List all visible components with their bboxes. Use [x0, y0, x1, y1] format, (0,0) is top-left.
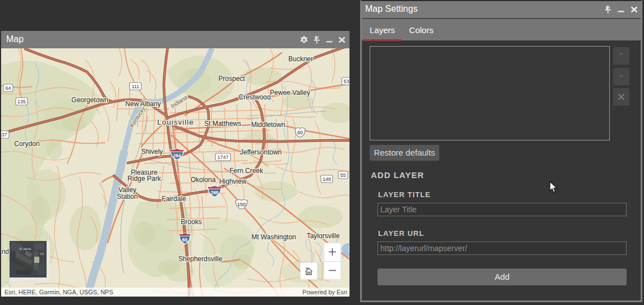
svg-text:Georgetown: Georgetown — [71, 96, 108, 104]
svg-text:Prospect: Prospect — [218, 75, 245, 83]
svg-text:Corydon: Corydon — [14, 140, 39, 148]
svg-text:264: 264 — [173, 153, 181, 158]
svg-text:La: La — [349, 245, 349, 253]
svg-text:150: 150 — [237, 202, 246, 207]
svg-text:Highview: Highview — [219, 177, 247, 185]
svg-text:Buckner: Buckner — [288, 55, 313, 63]
svg-text:65: 65 — [182, 237, 188, 243]
svg-text:St James: St James — [20, 247, 31, 251]
svg-text:Okolona: Okolona — [191, 176, 216, 184]
svg-text:and: and — [1, 248, 9, 256]
svg-text:265: 265 — [210, 190, 218, 195]
svg-text:New Albany: New Albany — [125, 100, 160, 108]
svg-text:Pewee Valley: Pewee Valley — [270, 89, 310, 97]
svg-text:St Matthews: St Matthews — [204, 120, 241, 128]
svg-text:Crestwood: Crestwood — [238, 93, 270, 101]
svg-text:Fern Creek: Fern Creek — [229, 167, 264, 175]
svg-text:337: 337 — [1, 132, 7, 138]
svg-text:CO: CO — [40, 252, 44, 256]
svg-text:Ridge Park: Ridge Park — [127, 175, 161, 183]
svg-text:Middletown: Middletown — [251, 121, 286, 129]
svg-text:148: 148 — [323, 176, 331, 182]
svg-text:Station: Station — [117, 193, 137, 201]
svg-text:55: 55 — [340, 172, 346, 178]
svg-text:Brooks: Brooks — [181, 218, 201, 226]
svg-text:53: 53 — [343, 79, 349, 84]
svg-text:Mt Washington: Mt Washington — [251, 233, 296, 241]
svg-text:60: 60 — [297, 130, 303, 135]
svg-text:Shively: Shively — [141, 148, 163, 156]
svg-text:Louisville: Louisville — [157, 118, 194, 126]
svg-text:Jeffersontown: Jeffersontown — [240, 148, 282, 156]
svg-text:1747: 1747 — [217, 154, 228, 160]
svg-text:Fairdale: Fairdale — [162, 195, 186, 203]
svg-text:111: 111 — [132, 84, 140, 89]
svg-text:135: 135 — [17, 99, 26, 104]
svg-text:Taylorsville: Taylorsville — [307, 232, 340, 240]
svg-text:64: 64 — [5, 85, 11, 91]
svg-text:Shepherdsville: Shepherdsville — [178, 255, 223, 263]
